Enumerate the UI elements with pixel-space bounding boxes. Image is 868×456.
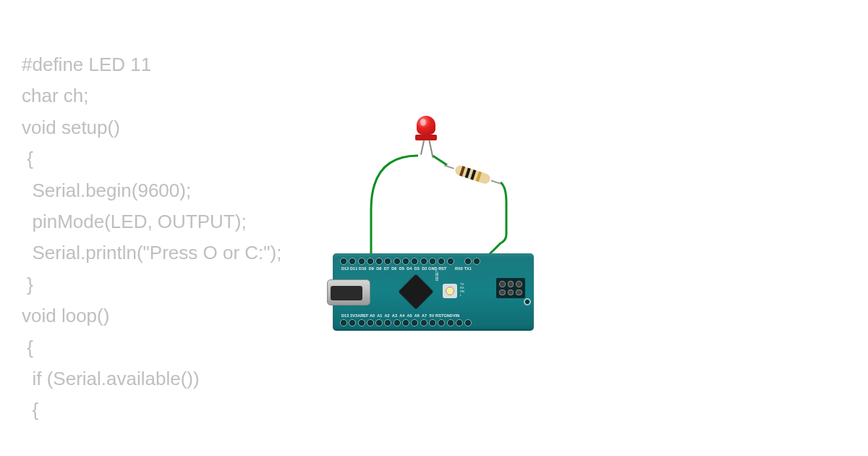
pin-label: A7 (422, 313, 427, 318)
header-pin (508, 281, 514, 287)
usb-port-icon (327, 279, 370, 305)
pin (429, 258, 436, 265)
pin-label: A4 (399, 313, 404, 318)
pin-label: D7 (384, 266, 389, 271)
pin-label: A5 (407, 313, 412, 318)
reset-button-icon (443, 284, 457, 298)
pin-label: GND (443, 313, 453, 318)
reset-label: RESET (435, 270, 439, 281)
pin (384, 319, 391, 326)
pin (420, 319, 427, 326)
pin-label: D13 (341, 313, 349, 318)
pin (349, 258, 356, 265)
pin (402, 258, 409, 265)
led-component (417, 116, 440, 151)
mount-hole-icon (524, 298, 531, 305)
code-line: Serial.println("Press O or C:"); (22, 242, 281, 263)
pin-label: D10 (359, 266, 366, 271)
code-line: if (Serial.available()) (22, 368, 200, 389)
pin-label: TX1 (464, 266, 472, 271)
pin-label: AREF (357, 313, 368, 318)
arduino-code: #define LED 11 char ch; void setup() { S… (22, 49, 281, 426)
code-line: char ch; (22, 85, 89, 106)
pin-label: D12 (341, 266, 349, 271)
header-pin (516, 281, 522, 287)
pin (393, 258, 401, 265)
pin (438, 258, 445, 265)
code-line: pinMode(LED, OUTPUT); (22, 211, 247, 232)
bottom-pin-row (340, 319, 527, 326)
pin-label: A3 (392, 313, 397, 318)
board-status-leds: TX RX ON L (460, 282, 467, 297)
pin (411, 258, 418, 265)
pin (384, 258, 391, 265)
arduino-nano-board: D12 D11 D10 D9 D8 D7 D6 D5 D4 D3 D2 GND … (333, 253, 534, 331)
pin (375, 319, 383, 326)
resistor-band-2 (465, 168, 471, 179)
pin-label: D9 (369, 266, 374, 271)
pin-label: A2 (385, 313, 390, 318)
pin-label: VIN (453, 313, 459, 318)
pin (464, 319, 472, 326)
pin (438, 319, 445, 326)
pin-label: RST (435, 313, 443, 318)
code-line: { (22, 148, 33, 169)
pin (375, 258, 383, 265)
header-pin (516, 290, 522, 296)
pin (429, 319, 436, 326)
led-label: L (460, 293, 467, 297)
pin (358, 258, 365, 265)
mcu-chip-icon (399, 274, 433, 309)
pin (340, 258, 347, 265)
code-line: { (22, 337, 33, 358)
pin-label: RX0 (455, 266, 463, 271)
pin (340, 319, 347, 326)
pin-label: A6 (414, 313, 420, 318)
header-pin (508, 290, 514, 296)
pin-label: 5V (430, 313, 435, 318)
top-pin-labels: D12 D11 D10 D9 D8 D7 D6 D5 D4 D3 D2 GND … (341, 266, 527, 271)
pin (411, 319, 418, 326)
pin (473, 258, 480, 265)
resistor-band-4 (476, 172, 482, 182)
icsp-header-icon (496, 278, 525, 298)
pin (447, 319, 454, 326)
pin (402, 319, 409, 326)
pin-label: A1 (377, 313, 382, 318)
pin-label: D6 (391, 266, 396, 271)
pin-label: RST (438, 266, 446, 271)
led-base (415, 135, 437, 140)
code-line: { (22, 399, 38, 421)
resistor-band-3 (470, 169, 476, 180)
code-line: void loop() (22, 305, 109, 326)
pin (349, 319, 356, 326)
pin-label: D11 (350, 266, 357, 271)
pin (420, 258, 427, 265)
header-pin (499, 290, 506, 296)
pin-label: A0 (370, 313, 375, 318)
led-bulb-icon (417, 116, 435, 135)
pin (447, 258, 454, 265)
pin (464, 258, 472, 265)
pin-label: D3 (414, 266, 420, 271)
top-pin-row (340, 258, 527, 265)
header-pin (499, 281, 506, 287)
pin (393, 319, 401, 326)
pin-label: D2 (422, 266, 427, 271)
resistor-band-1 (459, 166, 465, 177)
bottom-pin-labels: D13 3V3AREF A0 A1 A2 A3 A4 A5 A6 A7 5V R… (341, 313, 527, 318)
pin-label: D5 (399, 266, 404, 271)
circuit-diagram: D12 D11 D10 D9 D8 D7 D6 D5 D4 D3 D2 GND … (333, 116, 550, 347)
code-line: } (22, 274, 33, 295)
code-line: void setup() (22, 117, 120, 138)
code-line: #define LED 11 (22, 54, 151, 75)
pin (367, 319, 374, 326)
code-line: Serial.begin(9600); (22, 180, 191, 201)
pin-label: 3V3 (350, 313, 357, 318)
pin-label: D4 (407, 266, 412, 271)
pin-label: D8 (376, 266, 381, 271)
pin (367, 258, 374, 265)
pin (456, 319, 463, 326)
pin (358, 319, 365, 326)
